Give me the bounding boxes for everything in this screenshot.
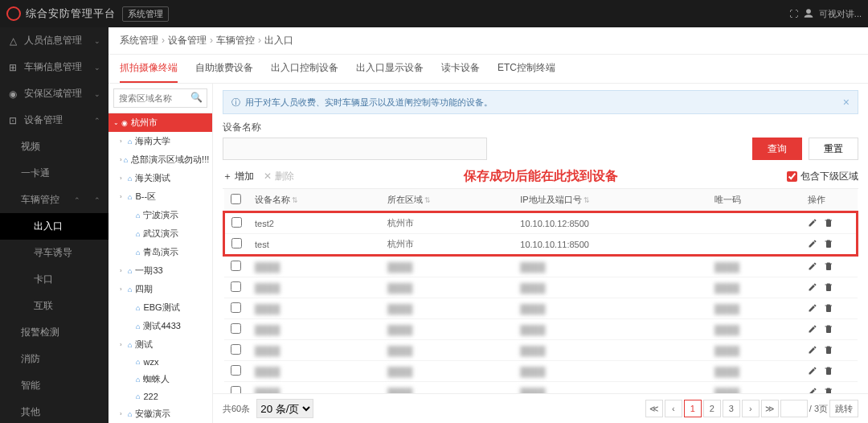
topbar: 综合安防管理平台 系统管理 ⛶ 可视对讲... bbox=[0, 0, 868, 27]
user-menu[interactable]: ⛶ 可视对讲... bbox=[789, 8, 862, 20]
expand-icon: ⛶ bbox=[789, 9, 798, 18]
user-icon bbox=[803, 8, 814, 19]
topbar-tag[interactable]: 系统管理 bbox=[122, 6, 169, 22]
app-title: 综合安防管理平台 bbox=[26, 6, 116, 21]
user-name: 可视对讲... bbox=[819, 8, 862, 20]
app-logo-icon bbox=[6, 6, 21, 21]
